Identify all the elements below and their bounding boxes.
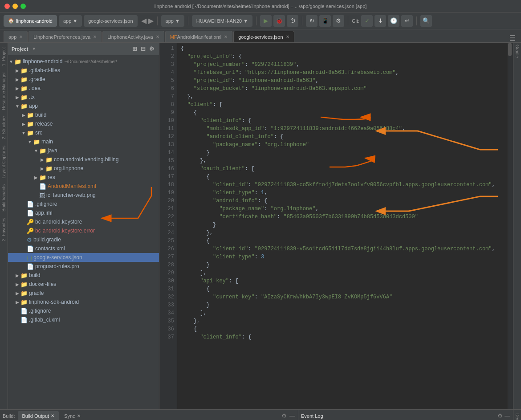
tree-item-ic-launcher[interactable]: 🖼 ic_launcher-web.png xyxy=(8,191,159,200)
toolbar-file-tab[interactable]: google-services.json xyxy=(84,15,137,27)
tab-sync[interactable]: Sync ✕ xyxy=(60,411,85,420)
tab-linphone-prefs[interactable]: LinphonePreferences.java ✕ xyxy=(28,31,102,42)
tree-item-build-top[interactable]: ▶ 📁 build xyxy=(8,271,159,280)
tree-item-gitignore-root[interactable]: 📄 .gitignore xyxy=(8,306,159,315)
event-settings-icon[interactable]: ⚙ xyxy=(497,412,503,419)
git-label: Git: xyxy=(352,18,359,24)
tab-linphone-activity-close[interactable]: ✕ xyxy=(156,34,159,39)
git-commit[interactable]: ✓ xyxy=(361,15,373,27)
gradle-side-panel[interactable]: Gradle xyxy=(513,43,521,409)
traffic-lights xyxy=(4,4,26,9)
build-label: Build: xyxy=(3,413,15,419)
tree-item-google-services[interactable]: { } google-services.json xyxy=(8,253,159,262)
tree-item-vending[interactable]: ▶ 📁 com.android.vending.billing xyxy=(8,155,159,164)
git-clock[interactable]: 🕐 xyxy=(388,15,399,27)
side-build-variants-label[interactable]: Build Variants xyxy=(0,182,7,214)
build-minimize-icon[interactable]: — xyxy=(289,412,295,419)
tab-androidmanifest[interactable]: MF AndroidManifest.xml ✕ xyxy=(165,31,233,42)
tree-item-main[interactable]: ▼ 📁 main xyxy=(8,137,159,146)
tree-item-sdk-android[interactable]: ▶ 📁 linphone-sdk-android xyxy=(8,298,159,306)
minimize-button[interactable] xyxy=(12,4,18,9)
maximize-button[interactable] xyxy=(20,4,26,9)
toolbar-project-tab[interactable]: 🏠 linphone-android xyxy=(4,15,57,27)
git-undo[interactable]: ↩ xyxy=(401,15,413,27)
tree-item-keystore[interactable]: 🔑 bc-android.keystore xyxy=(8,217,159,226)
toolbar-app-module[interactable]: app ▼ xyxy=(161,15,184,27)
device-file-explorer-label[interactable]: Device File Explorer xyxy=(515,413,520,420)
project-tool-collapse[interactable]: ⊟ xyxy=(140,45,147,53)
tree-item-gradle[interactable]: ▶ 📁 .gradle xyxy=(8,75,159,84)
tree-item-build-app[interactable]: ▶ 📁 build xyxy=(8,110,159,119)
code-area[interactable]: 1234567891011121314151617181920212223242… xyxy=(159,43,513,409)
tree-item-gitlab-ci[interactable]: ▶ 📁 .gitlab-ci-files xyxy=(8,66,159,75)
side-structure-label[interactable]: 2: Structure xyxy=(0,114,7,142)
tab-build-output-close[interactable]: ✕ xyxy=(51,413,54,418)
nav-back[interactable]: ◀ xyxy=(141,16,147,25)
editor-settings[interactable]: ☰ xyxy=(509,34,516,42)
build-settings-icon[interactable]: ⚙ xyxy=(281,412,287,419)
tree-item-src[interactable]: ▼ 📁 src xyxy=(8,128,159,137)
project-title: Project xyxy=(12,46,28,52)
tree-item-idea[interactable]: ▶ 📁 .idea xyxy=(8,84,159,93)
toolbar-app-tab[interactable]: app ▼ xyxy=(59,15,82,27)
code-content[interactable]: { "project_info": { "project_number": "9… xyxy=(177,43,508,409)
editor-scrollbar[interactable] xyxy=(508,43,513,409)
device-file-explorer-panel[interactable]: Device File Explorer xyxy=(513,410,521,420)
sync-button[interactable]: ↻ xyxy=(306,15,317,27)
profile-button[interactable]: ⏱ xyxy=(287,15,298,27)
tab-google-services[interactable]: google-services.json ✕ xyxy=(233,31,294,42)
tree-item-release[interactable]: ▶ 📁 release xyxy=(8,119,159,128)
tree-item-app-iml[interactable]: 📄 app.iml xyxy=(8,208,159,217)
side-project-label[interactable]: 1: Project xyxy=(0,45,7,69)
tab-app-close[interactable]: ✕ xyxy=(19,34,23,39)
code-editor[interactable]: 1234567891011121314151617181920212223242… xyxy=(159,43,513,409)
tree-item-linphone-android[interactable]: ▼ 📁 linphone-android ~/Documents/sites/h… xyxy=(8,57,159,66)
tree-item-contacts-xml[interactable]: 📄 contacts.xml xyxy=(8,244,159,253)
home-icon: 🏠 xyxy=(8,18,14,24)
search-button[interactable]: 🔍 xyxy=(420,15,432,27)
tree-item-org-linphone[interactable]: ▶ 📁 org.linphone xyxy=(8,164,159,173)
run-button[interactable]: ▶ xyxy=(260,15,272,27)
project-dropdown[interactable]: ▼ xyxy=(32,46,36,51)
tree-item-app[interactable]: ▼ 📁 app xyxy=(8,102,159,110)
tree-item-res[interactable]: ▶ 📁 res xyxy=(8,173,159,182)
tab-build-output[interactable]: Build Output ✕ xyxy=(18,411,59,420)
toolbar-device[interactable]: HUAWEI BMH-AN20 ▼ xyxy=(192,15,252,27)
tree-item-keystore-error[interactable]: 🔑 bc-android.keystore.error xyxy=(8,226,159,235)
side-resource-label[interactable]: Resource Manager xyxy=(0,69,7,113)
tabbar: app ✕ LinphonePreferences.java ✕ Linphon… xyxy=(0,29,521,43)
close-button[interactable] xyxy=(4,4,10,9)
project-tree: ▼ 📁 linphone-android ~/Documents/sites/h… xyxy=(8,55,159,409)
tab-app[interactable]: app ✕ xyxy=(4,31,28,42)
tab-androidmanifest-close[interactable]: ✕ xyxy=(224,34,228,39)
tree-item-java[interactable]: ▼ 📁 java xyxy=(8,146,159,155)
tree-item-gitlab-ci-yml[interactable]: 📄 .gitlab_ci.xml xyxy=(8,315,159,324)
tab-linphone-prefs-close[interactable]: ✕ xyxy=(93,34,97,39)
tree-item-docker[interactable]: ▶ 📁 docker-files xyxy=(8,280,159,289)
tree-item-gradle-top[interactable]: ▶ 📁 gradle xyxy=(8,289,159,298)
side-layout-label[interactable]: Layout Captures xyxy=(0,143,7,181)
tree-item-proguard[interactable]: 📄 proguard-rules.pro xyxy=(8,262,159,271)
tab-google-services-close[interactable]: ✕ xyxy=(286,34,289,39)
event-panel: Event Log ⚙ — 2021-11-27 09:11 Gradle sy… xyxy=(298,410,513,420)
sdk-button[interactable]: ⚙ xyxy=(333,15,344,27)
tree-item-build-gradle[interactable]: ⚙ build.gradle xyxy=(8,235,159,244)
tab-linphone-activity[interactable]: LinphoneActivity.java ✕ xyxy=(102,31,164,42)
tab-sync-close[interactable]: ✕ xyxy=(77,413,81,418)
git-update[interactable]: ⬇ xyxy=(374,15,386,27)
avd-button[interactable]: 📱 xyxy=(319,15,331,27)
window-title: linphone-android [~/Documents/sites/helm… xyxy=(155,4,367,9)
toolbar: 🏠 linphone-android app ▼ google-services… xyxy=(0,12,521,29)
build-tabs: Build: Build Output ✕ Sync ✕ ⚙ — xyxy=(0,410,298,420)
tree-item-gitignore-app[interactable]: 📄 .gitignore xyxy=(8,200,159,208)
line-numbers: 1234567891011121314151617181920212223242… xyxy=(159,43,177,409)
toolbar-project-label: linphone-android xyxy=(16,18,53,24)
tree-item-tx[interactable]: ▶ 📁 .tx xyxy=(8,93,159,102)
event-minimize-icon[interactable]: — xyxy=(505,412,510,419)
project-tool-layout[interactable]: ⊞ xyxy=(131,45,138,53)
debug-button[interactable]: 🐞 xyxy=(273,15,285,27)
side-favorites-label[interactable]: 2: Favorites xyxy=(0,215,7,244)
nav-forward[interactable]: ▶ xyxy=(148,16,154,25)
project-tool-settings[interactable]: ⚙ xyxy=(148,45,155,53)
tree-item-androidmanifest[interactable]: 📄 AndroidManifest.xml xyxy=(8,182,159,191)
